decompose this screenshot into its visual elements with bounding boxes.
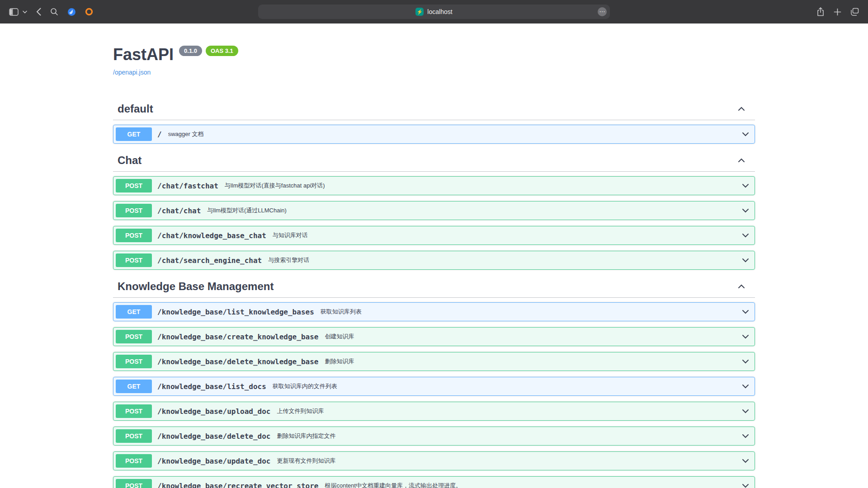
- operation-row[interactable]: POST /knowledge_base/delete_doc 删除知识库内指定…: [113, 427, 755, 446]
- operation-row[interactable]: POST /knowledge_base/update_doc 更新现有文件到知…: [113, 451, 755, 470]
- tag-section-default: default GET / swagger 文档: [113, 98, 755, 144]
- operation-row[interactable]: POST /chat/search_engine_chat 与搜索引擎对话: [113, 251, 755, 270]
- operation-description: 删除知识库内指定文件: [277, 432, 741, 440]
- show-all-tabs-button[interactable]: [849, 7, 860, 17]
- search-button[interactable]: [49, 7, 59, 17]
- plus-icon: [834, 8, 841, 16]
- expand-chevron-down-icon: [741, 432, 750, 441]
- back-button[interactable]: [35, 7, 42, 17]
- operation-path: /knowledge_base/create_knowledge_base: [157, 333, 318, 341]
- operation-row[interactable]: POST /knowledge_base/create_knowledge_ba…: [113, 327, 755, 346]
- expand-chevron-down-icon: [741, 206, 750, 215]
- page-options-button[interactable]: ⋯: [598, 7, 607, 16]
- operation-description: 获取知识库内的文件列表: [273, 382, 741, 390]
- operation-row[interactable]: POST /knowledge_base/delete_knowledge_ba…: [113, 352, 755, 371]
- operation-row[interactable]: POST /chat/chat 与llm模型对话(通过LLMChain): [113, 201, 755, 220]
- operation-description: swagger 文档: [168, 130, 741, 138]
- collapse-chevron-up-icon: [737, 282, 746, 291]
- method-badge: POST: [116, 330, 152, 343]
- operation-path: /knowledge_base/list_docs: [157, 382, 266, 391]
- operation-row[interactable]: POST /knowledge_base/recreate_vector_sto…: [113, 476, 755, 488]
- bird-app-icon: [67, 8, 76, 16]
- operation-row[interactable]: GET /knowledge_base/list_docs 获取知识库内的文件列…: [113, 377, 755, 396]
- operation-path: /knowledge_base/recreate_vector_store: [157, 482, 318, 488]
- method-badge: POST: [116, 479, 152, 488]
- api-info-block: FastAPI 0.1.0 OAS 3.1 /openapi.json: [113, 45, 755, 76]
- method-badge: GET: [116, 305, 152, 319]
- method-badge: POST: [116, 429, 152, 443]
- operation-description: 与llm模型对话(直接与fastchat api对话): [225, 182, 741, 190]
- operation-path: /chat/search_engine_chat: [157, 256, 262, 265]
- operation-description: 与llm模型对话(通过LLMChain): [207, 206, 741, 215]
- operation-path: /knowledge_base/upload_doc: [157, 407, 270, 416]
- operation-description: 获取知识库列表: [321, 308, 741, 316]
- method-badge: GET: [116, 127, 152, 141]
- tag-header-chat[interactable]: Chat: [113, 150, 755, 172]
- collapse-chevron-up-icon: [737, 156, 746, 165]
- swagger-page: FastAPI 0.1.0 OAS 3.1 /openapi.json defa…: [0, 23, 868, 488]
- operation-description: 更新现有文件到知识库: [277, 457, 741, 465]
- site-favicon-icon: ⚡: [415, 8, 424, 16]
- operation-path: /knowledge_base/list_knowledge_bases: [157, 308, 314, 316]
- operation-path: /chat/knowledge_base_chat: [157, 231, 266, 240]
- operation-description: 创建知识库: [325, 333, 741, 341]
- address-bar[interactable]: ⚡ localhost ⋯: [258, 5, 610, 19]
- operation-row[interactable]: GET /knowledge_base/list_knowledge_bases…: [113, 302, 755, 321]
- page-title: FastAPI: [113, 45, 174, 64]
- expand-chevron-down-icon: [741, 456, 750, 465]
- method-badge: POST: [116, 179, 152, 192]
- oas-badge: OAS 3.1: [206, 46, 238, 56]
- method-badge: POST: [116, 355, 152, 368]
- collapse-chevron-up-icon: [737, 104, 746, 113]
- operation-description: 根据content中文档重建向量库，流式输出处理进度。: [325, 482, 741, 488]
- openapi-link[interactable]: /openapi.json: [113, 69, 151, 76]
- bird-extension-button[interactable]: [66, 7, 77, 17]
- expand-chevron-down-icon: [741, 256, 750, 265]
- chevron-down-icon: [23, 10, 27, 14]
- operation-row[interactable]: POST /chat/fastchat 与llm模型对话(直接与fastchat…: [113, 176, 755, 195]
- expand-chevron-down-icon: [741, 231, 750, 240]
- expand-chevron-down-icon: [741, 407, 750, 416]
- operation-path: /knowledge_base/update_doc: [157, 457, 270, 465]
- toolbar-right-group: [816, 6, 860, 17]
- tag-header-default[interactable]: default: [113, 98, 755, 120]
- operation-row[interactable]: POST /knowledge_base/upload_doc 上传文件到知识库: [113, 402, 755, 421]
- share-button[interactable]: [816, 6, 826, 17]
- tag-section-knowledge-base: Knowledge Base Management GET /knowledge…: [113, 276, 755, 488]
- operation-description: 与搜索引擎对话: [268, 256, 741, 264]
- expand-chevron-down-icon: [741, 481, 750, 488]
- expand-chevron-down-icon: [741, 130, 750, 139]
- tag-title: default: [118, 103, 153, 115]
- method-badge: GET: [116, 380, 152, 393]
- expand-chevron-down-icon: [741, 382, 750, 391]
- url-text: localhost: [427, 8, 452, 15]
- operation-row[interactable]: GET / swagger 文档: [113, 125, 755, 144]
- tag-title: Chat: [118, 154, 142, 167]
- sidebar-toggle-button[interactable]: [8, 7, 19, 17]
- tag-header-knowledge-base[interactable]: Knowledge Base Management: [113, 276, 755, 298]
- operation-path: /knowledge_base/delete_knowledge_base: [157, 357, 318, 366]
- new-tab-button[interactable]: [833, 7, 842, 17]
- operation-path: /chat/fastchat: [157, 182, 218, 190]
- search-icon: [50, 8, 58, 16]
- expand-chevron-down-icon: [741, 181, 750, 190]
- tab-groups-button[interactable]: [22, 9, 28, 14]
- sidebar-icon: [9, 8, 19, 16]
- browser-toolbar: ⚡ localhost ⋯: [0, 0, 868, 23]
- badges: 0.1.0 OAS 3.1: [179, 46, 238, 56]
- expand-chevron-down-icon: [741, 357, 750, 366]
- method-badge: POST: [116, 404, 152, 418]
- method-badge: POST: [116, 454, 152, 468]
- orange-extension-button[interactable]: [84, 7, 94, 17]
- method-badge: POST: [116, 204, 152, 217]
- orange-ring-icon: [85, 8, 93, 16]
- operation-row[interactable]: POST /chat/knowledge_base_chat 与知识库对话: [113, 226, 755, 245]
- content-wrapper: FastAPI 0.1.0 OAS 3.1 /openapi.json defa…: [104, 45, 764, 488]
- expand-chevron-down-icon: [741, 332, 750, 341]
- operation-description: 删除知识库: [325, 357, 741, 366]
- operation-path: /: [157, 130, 162, 139]
- expand-chevron-down-icon: [741, 307, 750, 316]
- sidebar-cluster: [8, 7, 28, 17]
- tag-section-chat: Chat POST /chat/fastchat 与llm模型对话(直接与fas…: [113, 150, 755, 270]
- operation-description: 上传文件到知识库: [277, 407, 741, 415]
